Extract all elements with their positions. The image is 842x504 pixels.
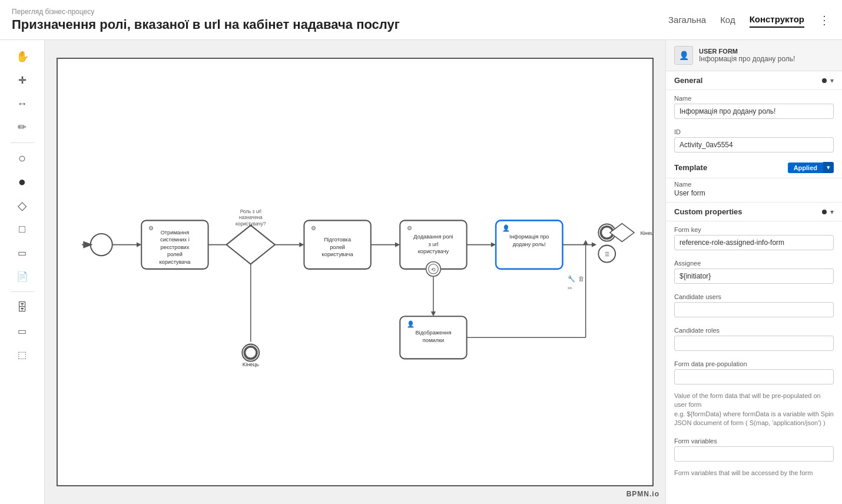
form-variables-input[interactable]: [674, 446, 834, 462]
template-name-label: Name: [674, 181, 834, 188]
svg-text:Підготовка: Підготовка: [324, 237, 352, 243]
svg-marker-26: [395, 243, 400, 247]
template-badge: Applied ▾: [788, 162, 834, 173]
svg-point-54: [244, 347, 257, 359]
tab-general[interactable]: Загальна: [668, 12, 706, 27]
filled-circle-tool[interactable]: ●: [8, 171, 37, 193]
template-row: Template Applied ▾: [666, 157, 842, 178]
svg-text:користувачу: користувачу: [418, 248, 449, 254]
svg-text:🗑: 🗑: [578, 276, 584, 282]
svg-marker-3: [137, 243, 141, 247]
page-title: Призначення ролі, вказаної в url на кабі…: [12, 17, 400, 32]
page-header: Перегляд бізнес-процесу Призначення ролі…: [0, 0, 842, 40]
form-data-input[interactable]: [674, 369, 834, 384]
general-section-chevron[interactable]: ▾: [830, 77, 834, 85]
candidate-roles-field-group: Candidate roles: [666, 322, 842, 356]
assignee-label: Assignee: [674, 260, 834, 267]
svg-text:реєстрових: реєстрових: [160, 244, 189, 250]
create-tool[interactable]: ✛: [8, 69, 37, 91]
svg-text:✏: ✏: [568, 285, 573, 291]
custom-props-dot: [822, 210, 827, 214]
user-form-icon: 👤: [679, 51, 689, 60]
panel-header-text: USER FORM Інформація про додану роль!: [699, 48, 795, 63]
left-toolbar: ✋ ✛ ↔ ✏ ○ ● ◇ □ ▭ 📄 🗄 ▭ ⬚: [0, 40, 45, 504]
canvas-area[interactable]: Отримання системних і реєстрових ролей к…: [45, 40, 665, 504]
svg-text:☰: ☰: [605, 251, 609, 257]
svg-text:🔧: 🔧: [568, 275, 575, 283]
name-field-input[interactable]: [674, 104, 834, 119]
right-panel: 👤 USER FORM Інформація про додану роль! …: [665, 40, 842, 504]
database-tool[interactable]: 🗄: [8, 297, 37, 318]
connect-tool[interactable]: ↔: [8, 93, 37, 114]
svg-marker-19: [299, 243, 304, 247]
circle-tool[interactable]: ○: [8, 148, 37, 169]
template-label: Template: [674, 163, 707, 172]
tab-code[interactable]: Код: [720, 12, 735, 27]
name-field-label: Name: [674, 95, 834, 102]
svg-text:⚙: ⚙: [407, 225, 412, 231]
general-section-actions: ▾: [822, 77, 834, 85]
hand-tool[interactable]: ✋: [8, 46, 37, 67]
bpmn-diagram: Отримання системних і реєстрових ролей к…: [58, 59, 652, 485]
document-tool[interactable]: 📄: [8, 266, 37, 287]
header-nav: Загальна Код Конструктор ⋮: [668, 12, 830, 28]
candidate-users-field-group: Candidate users: [666, 289, 842, 322]
form-data-label: Form data pre-population: [674, 360, 834, 367]
form-variables-field-group: Form variables: [666, 433, 842, 466]
diamond-tool[interactable]: ◇: [8, 195, 37, 216]
bpmn-canvas[interactable]: Отримання системних і реєстрових ролей к…: [57, 58, 654, 486]
svg-text:помилки: помилки: [423, 337, 444, 343]
custom-props-title: Custom properties: [674, 207, 742, 216]
assignee-input[interactable]: [674, 268, 834, 284]
svg-text:системних і: системних і: [160, 237, 190, 243]
element-type-icon: 👤: [674, 46, 693, 65]
svg-text:користувача: користувача: [159, 259, 191, 265]
toolbar-separator-2: [11, 291, 34, 292]
general-section-dot: [822, 78, 827, 83]
form-variables-label: Form variables: [674, 437, 834, 445]
svg-text:⚙: ⚙: [311, 225, 316, 231]
toolbar-separator-1: [11, 142, 34, 143]
assignee-field-group: Assignee: [666, 255, 842, 289]
svg-marker-57: [431, 311, 436, 316]
form-key-input[interactable]: [674, 235, 834, 250]
svg-text:Інформація про: Інформація про: [509, 234, 549, 240]
element-name-label: Інформація про додану роль!: [699, 55, 795, 63]
svg-text:👤: 👤: [502, 224, 510, 232]
main-content: ✋ ✛ ↔ ✏ ○ ● ◇ □ ▭ 📄 🗄 ▭ ⬚ О: [0, 40, 842, 504]
subprocess-tool[interactable]: ▭: [8, 242, 37, 263]
svg-marker-13: [227, 226, 275, 264]
id-field-group: ID: [666, 124, 842, 157]
header-left: Перегляд бізнес-процесу Призначення ролі…: [12, 8, 400, 32]
custom-props-section-header[interactable]: Custom properties ▾: [666, 202, 842, 221]
panel-tool[interactable]: ▭: [8, 320, 37, 341]
general-section-header[interactable]: General ▾: [666, 71, 842, 90]
svg-text:користувача: користувача: [322, 251, 354, 257]
template-badge-chevron[interactable]: ▾: [823, 162, 834, 173]
svg-text:Кінець: Кінець: [640, 230, 652, 236]
svg-text:Отримання: Отримання: [161, 230, 190, 236]
svg-text:користувачу?: користувачу?: [236, 221, 266, 227]
id-field-input[interactable]: [674, 137, 834, 152]
svg-text:назначена: назначена: [239, 215, 263, 220]
svg-text:ролей: ролей: [167, 251, 183, 257]
selection-tool[interactable]: ⬚: [8, 344, 37, 365]
candidate-users-input[interactable]: [674, 302, 834, 317]
rectangle-tool[interactable]: □: [8, 218, 37, 240]
svg-text:ролей: ролей: [330, 244, 345, 250]
pencil-tool[interactable]: ✏: [8, 117, 37, 138]
svg-text:додану роль!: додану роль!: [513, 241, 546, 247]
element-type-label: USER FORM: [699, 48, 795, 55]
name-field-group: Name: [666, 90, 842, 124]
more-menu-icon[interactable]: ⋮: [818, 13, 830, 27]
candidate-roles-input[interactable]: [674, 336, 834, 351]
bpmn-badge: BPMN.io: [626, 490, 659, 498]
template-name-value: User form: [674, 189, 834, 197]
tab-constructor[interactable]: Конструктор: [750, 12, 804, 28]
svg-marker-45: [610, 224, 634, 242]
form-key-label: Form key: [674, 226, 834, 233]
form-key-field-group: Form key: [666, 221, 842, 255]
svg-text:⚙: ⚙: [148, 225, 154, 231]
custom-props-chevron[interactable]: ▾: [830, 208, 834, 216]
svg-text:Відображення: Відображення: [415, 330, 451, 336]
